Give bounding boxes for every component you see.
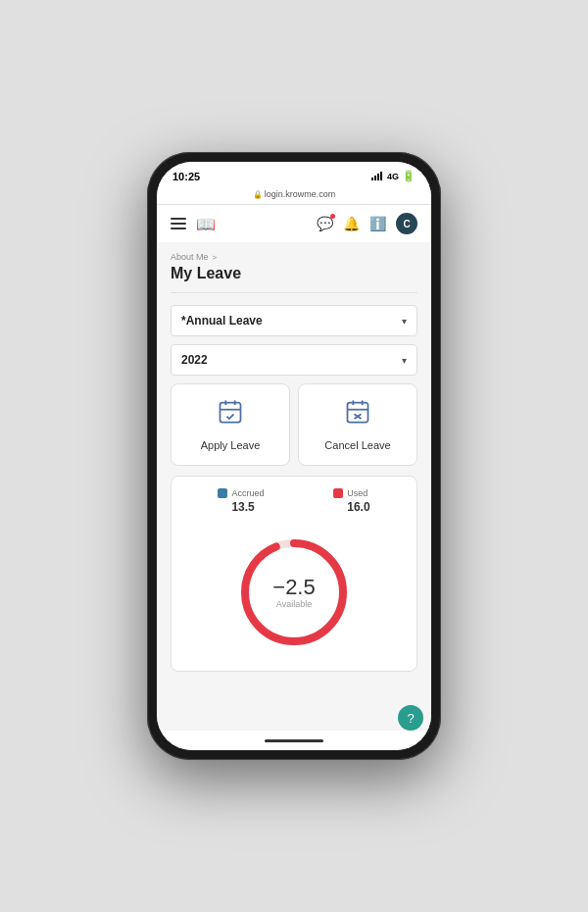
leave-type-dropdown[interactable]: *Annual Leave ▾: [171, 305, 417, 336]
accrued-dot: [218, 488, 227, 498]
status-icons: 4G 🔋: [371, 170, 416, 182]
content-area: About Me > My Leave *Annual Leave ▾ 2022…: [157, 242, 431, 731]
cancel-leave-icon: [344, 398, 371, 431]
donut-chart-container: −2.5 Available: [183, 526, 405, 659]
leave-type-label: *Annual Leave: [181, 314, 263, 328]
breadcrumb-parent[interactable]: About Me: [171, 252, 209, 262]
header-right: 💬 🔔 ℹ️ C: [317, 213, 417, 234]
apply-leave-label: Apply Leave: [201, 439, 261, 451]
stats-legend: Accrued 13.5 Used 16.0: [183, 488, 405, 514]
stats-card: Accrued 13.5 Used 16.0: [171, 476, 417, 672]
phone-frame: 10:25 4G 🔋 🔒 login.krowme.com: [147, 152, 441, 760]
svg-rect-4: [348, 403, 368, 423]
apply-leave-button[interactable]: Apply Leave: [171, 383, 290, 466]
status-bar: 10:25 4G 🔋: [157, 162, 431, 186]
donut-center: −2.5 Available: [272, 576, 315, 609]
cancel-leave-label: Cancel Leave: [324, 439, 390, 451]
breadcrumb: About Me >: [171, 252, 417, 262]
year-dropdown[interactable]: 2022 ▾: [171, 344, 417, 376]
year-chevron: ▾: [402, 355, 407, 366]
leave-type-chevron: ▾: [402, 316, 407, 327]
lock-icon: 🔒: [253, 190, 263, 199]
donut-label: Available: [272, 599, 315, 609]
help-button[interactable]: ?: [398, 705, 423, 731]
messages-icon[interactable]: 💬: [317, 216, 333, 231]
help-icon: ?: [407, 711, 414, 726]
url-text: login.krowme.com: [265, 189, 336, 199]
status-time: 10:25: [172, 171, 200, 182]
used-title: Used: [347, 488, 368, 498]
home-indicator: [265, 739, 323, 742]
network-label: 4G: [387, 172, 399, 181]
battery-icon: 🔋: [402, 170, 416, 182]
year-label: 2022: [181, 353, 208, 367]
signal-icon: [371, 172, 382, 180]
used-dot: [333, 488, 343, 498]
header-left: 📖: [171, 215, 216, 233]
phone-screen: 10:25 4G 🔋 🔒 login.krowme.com: [157, 162, 431, 750]
notification-dot: [330, 214, 335, 219]
used-legend: Used 16.0: [333, 488, 369, 514]
bell-icon[interactable]: 🔔: [343, 216, 360, 231]
donut-value: −2.5: [272, 576, 315, 599]
hamburger-menu[interactable]: [171, 218, 186, 229]
info-icon[interactable]: ℹ️: [369, 216, 386, 231]
accrued-legend: Accrued 13.5: [218, 488, 264, 514]
breadcrumb-chevron: >: [213, 253, 218, 262]
logo-icon: 📖: [196, 215, 216, 233]
url-bar: 🔒 login.krowme.com: [157, 186, 431, 205]
donut-chart: −2.5 Available: [235, 533, 353, 651]
svg-rect-0: [220, 403, 241, 423]
avatar[interactable]: C: [396, 213, 417, 234]
used-value: 16.0: [333, 500, 369, 514]
app-header: 📖 💬 🔔 ℹ️ C: [157, 205, 431, 242]
accrued-title: Accrued: [231, 488, 264, 498]
apply-leave-icon: [217, 398, 244, 431]
bottom-bar: [157, 731, 431, 750]
page-title: My Leave: [171, 265, 417, 282]
divider: [171, 292, 417, 293]
cancel-leave-button[interactable]: Cancel Leave: [298, 383, 417, 466]
action-buttons-grid: Apply Leave Cancel Leave: [171, 383, 417, 466]
accrued-value: 13.5: [218, 500, 254, 514]
